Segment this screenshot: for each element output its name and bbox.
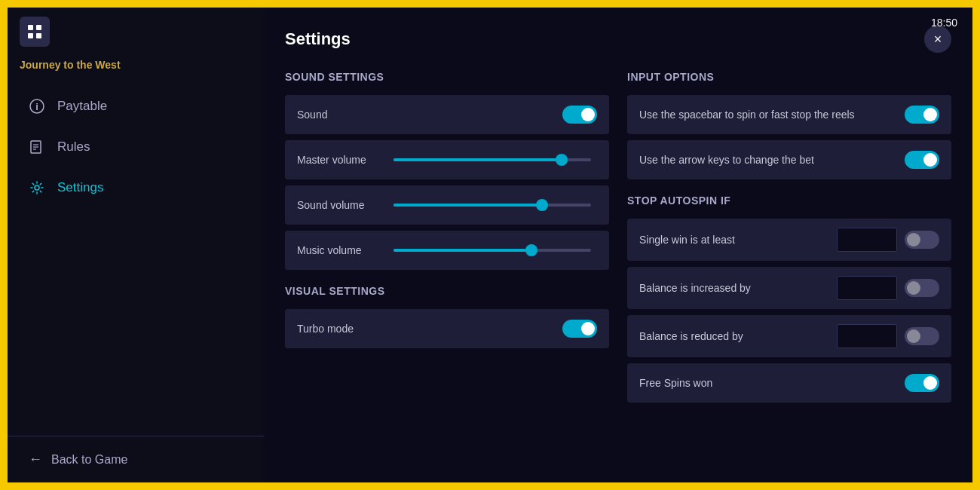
svg-text:i: i	[35, 101, 38, 112]
time-display: 18:50	[931, 17, 957, 29]
game-container: Journey to the West i Paytable	[8, 8, 972, 482]
spacebar-toggle[interactable]	[905, 106, 939, 124]
settings-title: Settings	[285, 29, 351, 49]
settings-label: Settings	[57, 180, 103, 195]
single-win-input[interactable]	[837, 228, 897, 252]
settings-panel: Settings × Sound settings Sound	[264, 8, 972, 482]
sound-setting-row: Sound	[285, 95, 609, 134]
svg-rect-1	[36, 25, 41, 30]
sidebar-item-paytable[interactable]: i Paytable	[8, 86, 264, 127]
music-volume-fill	[394, 249, 531, 252]
music-volume-label: Music volume	[297, 244, 387, 256]
svg-point-10	[35, 185, 39, 190]
gear-icon	[29, 179, 45, 196]
sound-toggle[interactable]	[562, 106, 597, 124]
master-volume-fill	[394, 158, 562, 161]
sound-volume-thumb[interactable]	[536, 199, 548, 211]
grid-icon-button[interactable]	[20, 17, 50, 47]
sidebar: Journey to the West i Paytable	[8, 8, 264, 482]
turbo-mode-row: Turbo mode	[285, 309, 609, 348]
master-volume-row: Master volume	[285, 140, 609, 179]
info-icon: i	[29, 98, 45, 115]
back-to-game-label: Back to Game	[51, 453, 127, 467]
sidebar-nav: i Paytable Rules	[8, 71, 264, 436]
single-win-row: Single win is at least	[627, 219, 951, 261]
input-section-title: Input options	[627, 71, 951, 83]
turbo-mode-label: Turbo mode	[297, 323, 354, 335]
balance-increased-label: Balance is increased by	[639, 282, 837, 294]
autospin-section-title: Stop autospin if	[627, 194, 951, 207]
settings-columns: Sound settings Sound Master volume	[285, 71, 951, 409]
back-to-game-button[interactable]: ← Back to Game	[8, 436, 264, 482]
rules-label: Rules	[57, 139, 90, 155]
master-volume-label: Master volume	[297, 154, 387, 166]
sound-volume-track[interactable]	[394, 204, 591, 207]
spacebar-label: Use the spacebar to spin or fast stop th…	[639, 109, 855, 121]
master-volume-track[interactable]	[394, 158, 591, 161]
visual-section-title: Visual settings	[285, 285, 609, 297]
turbo-mode-toggle[interactable]	[562, 320, 597, 338]
sound-section-title: Sound settings	[285, 71, 609, 83]
free-spins-row: Free Spins won	[627, 363, 951, 403]
balance-increased-row: Balance is increased by	[627, 267, 951, 309]
balance-reduced-input[interactable]	[837, 324, 897, 348]
sound-volume-label: Sound volume	[297, 199, 387, 211]
free-spins-toggle[interactable]	[905, 374, 939, 392]
arrow-keys-row: Use the arrow keys to change the bet	[627, 140, 951, 179]
sound-volume-row: Sound volume	[285, 185, 609, 225]
sound-volume-fill	[394, 204, 542, 207]
paytable-label: Paytable	[57, 99, 107, 114]
arrow-keys-toggle[interactable]	[905, 151, 939, 169]
sound-label: Sound	[297, 109, 327, 121]
balance-reduced-toggle[interactable]	[905, 327, 939, 345]
right-column: Input options Use the spacebar to spin o…	[627, 71, 951, 409]
single-win-toggle[interactable]	[905, 231, 939, 249]
svg-rect-2	[28, 33, 33, 38]
balance-increased-toggle[interactable]	[905, 279, 939, 297]
svg-rect-3	[36, 33, 41, 38]
sidebar-header	[8, 8, 264, 56]
sidebar-item-settings[interactable]: Settings	[8, 167, 264, 208]
spacebar-row: Use the spacebar to spin or fast stop th…	[627, 95, 951, 134]
book-icon	[29, 139, 45, 155]
free-spins-label: Free Spins won	[639, 377, 712, 389]
svg-rect-0	[28, 25, 33, 30]
balance-increased-input[interactable]	[837, 276, 897, 300]
close-button[interactable]: ×	[924, 26, 951, 53]
music-volume-track[interactable]	[394, 249, 591, 252]
game-title: Journey to the West	[8, 56, 264, 71]
left-column: Sound settings Sound Master volume	[285, 71, 609, 409]
arrow-keys-label: Use the arrow keys to change the bet	[639, 154, 814, 166]
music-volume-thumb[interactable]	[525, 244, 537, 256]
single-win-label: Single win is at least	[639, 234, 837, 246]
balance-reduced-label: Balance is reduced by	[639, 330, 837, 342]
back-arrow-icon: ←	[29, 452, 42, 467]
main-content: DEMO FREE SLOT Settings × Sound settings…	[264, 8, 972, 482]
music-volume-row: Music volume	[285, 231, 609, 270]
settings-header: Settings ×	[285, 26, 951, 53]
master-volume-thumb[interactable]	[556, 154, 568, 166]
sidebar-item-rules[interactable]: Rules	[8, 127, 264, 167]
balance-reduced-row: Balance is reduced by	[627, 315, 951, 357]
